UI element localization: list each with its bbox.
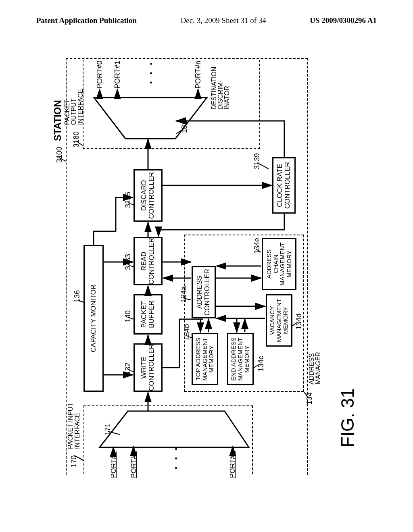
header-right: US 2009/0300296 A1 bbox=[310, 16, 377, 25]
page-header: Patent Application Publication Dec. 3, 2… bbox=[0, 0, 413, 29]
header-center: Dec. 3, 2009 Sheet 31 of 34 bbox=[181, 16, 266, 25]
header-left: Patent Application Publication bbox=[36, 16, 137, 25]
diagram-rotated: STATION 3100 FIG. 31 170 PACKET INPUTINT… bbox=[39, 52, 374, 480]
wires bbox=[39, 52, 374, 480]
figure-area: STATION 3100 FIG. 31 170 PACKET INPUTINT… bbox=[32, 40, 381, 492]
